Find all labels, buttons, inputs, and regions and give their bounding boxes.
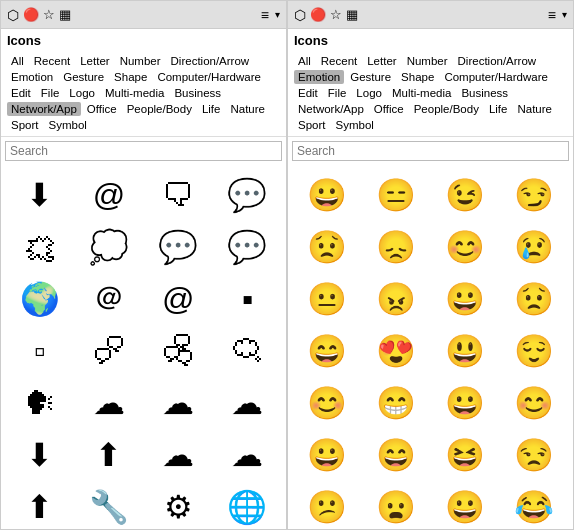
icon-cell[interactable]: ＠	[74, 273, 143, 325]
icon-cell[interactable]: 😁	[361, 377, 430, 429]
category-multi-media[interactable]: Multi-media	[388, 86, 455, 100]
dropdown-icon[interactable]: ▾	[562, 9, 567, 20]
icon-cell[interactable]: 🗪	[74, 325, 143, 377]
icon-cell[interactable]: 😆	[431, 429, 500, 481]
category-edit[interactable]: Edit	[294, 86, 322, 100]
icon-cell[interactable]: 💬	[144, 221, 213, 273]
category-business[interactable]: Business	[457, 86, 512, 100]
icon-cell[interactable]: 💬	[213, 221, 282, 273]
icon-cell[interactable]: 🔧	[74, 481, 143, 529]
icon-cell[interactable]: 🌍	[5, 273, 74, 325]
icon-cell[interactable]: 🗯	[5, 221, 74, 273]
icon-cell[interactable]: 😃	[431, 325, 500, 377]
category-logo[interactable]: Logo	[352, 86, 386, 100]
category-file[interactable]: File	[324, 86, 351, 100]
icon-cell[interactable]: 😊	[431, 221, 500, 273]
icon-cell[interactable]: ⬇	[5, 429, 74, 481]
icon-cell[interactable]: 😄	[292, 325, 361, 377]
icon-cell[interactable]: 😀	[431, 377, 500, 429]
star-icon[interactable]: ☆	[330, 7, 342, 22]
icon-cell[interactable]: ☁	[74, 377, 143, 429]
icon-cell[interactable]: ▪	[213, 273, 282, 325]
icon-cell[interactable]: 😟	[500, 273, 569, 325]
category-gesture[interactable]: Gesture	[59, 70, 108, 84]
icon-cell[interactable]: 😉	[431, 169, 500, 221]
menu-icon[interactable]: ≡	[261, 7, 269, 23]
category-nature[interactable]: Nature	[226, 102, 269, 116]
category-recent[interactable]: Recent	[30, 54, 74, 68]
icon-cell[interactable]: 😊	[292, 377, 361, 429]
category-sport[interactable]: Sport	[7, 118, 43, 132]
category-life[interactable]: Life	[485, 102, 512, 116]
dropdown-icon[interactable]: ▾	[275, 9, 280, 20]
icon-cell[interactable]: 😌	[500, 325, 569, 377]
star-icon[interactable]: ☆	[43, 7, 55, 22]
category-office[interactable]: Office	[83, 102, 121, 116]
icon-cell[interactable]: 😀	[431, 273, 500, 325]
category-life[interactable]: Life	[198, 102, 225, 116]
category-shape[interactable]: Shape	[110, 70, 151, 84]
category-direction-arrow[interactable]: Direction/Arrow	[167, 54, 254, 68]
category-direction-arrow[interactable]: Direction/Arrow	[454, 54, 541, 68]
icon-cell[interactable]: 😦	[361, 481, 430, 529]
category-file[interactable]: File	[37, 86, 64, 100]
category-symbol[interactable]: Symbol	[332, 118, 378, 132]
category-network-app[interactable]: Network/App	[7, 102, 81, 116]
category-multi-media[interactable]: Multi-media	[101, 86, 168, 100]
icon-cell[interactable]: 😏	[500, 169, 569, 221]
icon-cell[interactable]: 😢	[500, 221, 569, 273]
category-all[interactable]: All	[294, 54, 315, 68]
category-all[interactable]: All	[7, 54, 28, 68]
icon-cell[interactable]: 🗬	[213, 325, 282, 377]
category-shape[interactable]: Shape	[397, 70, 438, 84]
icon-cell[interactable]: ☁	[213, 429, 282, 481]
icon-cell[interactable]: 💬	[213, 169, 282, 221]
icon-cell[interactable]: @	[144, 273, 213, 325]
category-recent[interactable]: Recent	[317, 54, 361, 68]
icon-cell[interactable]: ☁	[213, 377, 282, 429]
icon-cell[interactable]: 😠	[361, 273, 430, 325]
category-business[interactable]: Business	[170, 86, 225, 100]
icon-cell[interactable]: ⬇	[5, 169, 74, 221]
icon-cell[interactable]: ☁	[144, 377, 213, 429]
menu-icon[interactable]: ≡	[548, 7, 556, 23]
category-gesture[interactable]: Gesture	[346, 70, 395, 84]
category-emotion[interactable]: Emotion	[294, 70, 344, 84]
search-input[interactable]	[292, 141, 569, 161]
icon-cell[interactable]: 😟	[292, 221, 361, 273]
category-symbol[interactable]: Symbol	[45, 118, 91, 132]
icon-cell[interactable]: 😂	[500, 481, 569, 529]
icon-cell[interactable]: 🌐	[213, 481, 282, 529]
icon-cell[interactable]: 😑	[361, 169, 430, 221]
category-computer-hardware[interactable]: Computer/Hardware	[440, 70, 552, 84]
icon-cell[interactable]: ⚙	[144, 481, 213, 529]
category-number[interactable]: Number	[403, 54, 452, 68]
category-number[interactable]: Number	[116, 54, 165, 68]
icon-cell[interactable]: 🗨	[144, 169, 213, 221]
category-sport[interactable]: Sport	[294, 118, 330, 132]
grid-icon[interactable]: ▦	[346, 7, 358, 22]
search-input[interactable]	[5, 141, 282, 161]
grid-icon[interactable]: ▦	[59, 7, 71, 22]
category-edit[interactable]: Edit	[7, 86, 35, 100]
icon-cell[interactable]: 😐	[292, 273, 361, 325]
category-people-body[interactable]: People/Body	[410, 102, 483, 116]
icon-cell[interactable]: 🗣	[5, 377, 74, 429]
icon-cell[interactable]: ⬆	[5, 481, 74, 529]
icon-cell[interactable]: 😕	[292, 481, 361, 529]
icon-cell[interactable]: 😊	[500, 377, 569, 429]
icon-cell[interactable]: @	[74, 169, 143, 221]
icon-cell[interactable]: 😀	[292, 169, 361, 221]
icon-cell[interactable]: 💭	[74, 221, 143, 273]
icon-cell[interactable]: 😍	[361, 325, 430, 377]
icon-cell[interactable]: ☁	[144, 429, 213, 481]
category-letter[interactable]: Letter	[76, 54, 113, 68]
category-letter[interactable]: Letter	[363, 54, 400, 68]
icon-cell[interactable]: 😞	[361, 221, 430, 273]
icon-cell[interactable]: 🗫	[144, 325, 213, 377]
icon-cell[interactable]: 😀	[292, 429, 361, 481]
icon-cell[interactable]: ⬆	[74, 429, 143, 481]
icon-cell[interactable]: 😄	[361, 429, 430, 481]
category-computer-hardware[interactable]: Computer/Hardware	[153, 70, 265, 84]
category-office[interactable]: Office	[370, 102, 408, 116]
